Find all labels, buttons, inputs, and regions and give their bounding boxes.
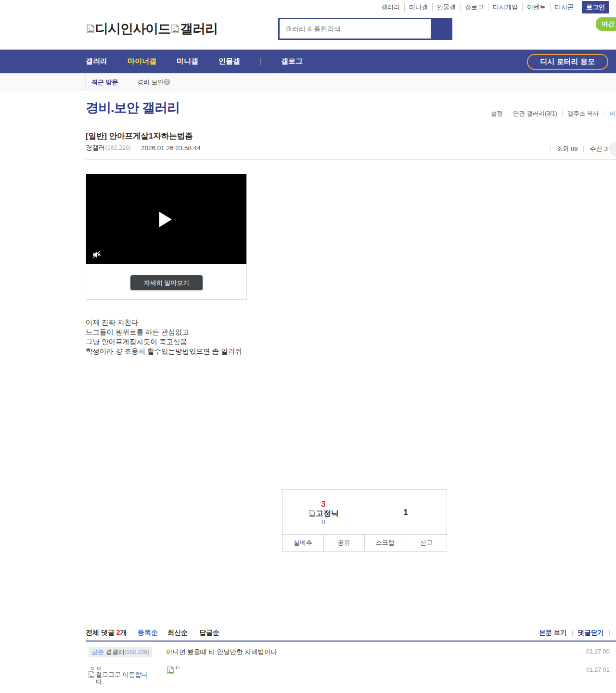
sort-tab-newest[interactable]: 최신순 <box>167 629 188 637</box>
views-value: 89 <box>571 145 578 153</box>
broken-image-icon <box>170 24 180 34</box>
comment-time: 01.27 01 <box>586 667 610 673</box>
post-counts: 조회 89 추천 3 <box>545 144 616 153</box>
post-meta: 경갤러 (182.226) 2026.01.26 23:58:44 <box>86 143 201 152</box>
meta-divider <box>583 146 584 152</box>
comments-count: 2 <box>116 629 120 636</box>
close-comments-link[interactable]: 댓글닫기 <box>578 629 604 637</box>
downvote-count: 1 <box>403 508 408 517</box>
upvote-count: 3 <box>321 500 325 509</box>
logo-text-gallery: 갤러리 <box>180 20 218 38</box>
site-logo[interactable]: 디시인사이드 갤러리 <box>86 20 218 38</box>
top-utility-bar: 갤러리 미니갤 인물갤 갤로그 디시게임 이벤트 디시콘 로그인 <box>0 0 616 14</box>
minor-gallery-icon: ⓜ <box>164 78 170 86</box>
broken-image-icon <box>88 671 95 679</box>
post-body: 이제 진짜 지친다 느그들이 뭔위로를 하든 관심없고 그냥 안아프게잠자듯이 … <box>86 318 242 356</box>
nav-item-persongal[interactable]: 인물갤 <box>218 57 240 66</box>
usage-guide-link[interactable]: 이용안내 <box>604 110 616 117</box>
logo-text-dcinside: 디시인사이드 <box>95 20 170 38</box>
top-link-event[interactable]: 이벤트 <box>522 3 550 12</box>
fixed-nick-count: 0 <box>321 518 325 526</box>
top-link-minigal[interactable]: 미니갤 <box>404 3 432 12</box>
post-author-ip: (182.226) <box>105 144 131 151</box>
views-label: 조회 <box>556 144 569 153</box>
play-icon[interactable] <box>159 212 172 227</box>
report-button[interactable]: 신고 <box>406 535 447 551</box>
video-player[interactable] <box>86 174 246 264</box>
copy-gallery-url-link[interactable]: 갤주소 복사 <box>562 110 604 117</box>
top-link-gallog[interactable]: 갤로그 <box>460 3 488 12</box>
comment-text: 아니면 봤을때 티 안날만한 자해법이나 <box>166 648 277 656</box>
broken-image-icon <box>166 666 175 675</box>
top-link-gallery[interactable]: 갤러리 <box>377 3 404 12</box>
search-input[interactable] <box>280 19 431 38</box>
post-body-line: 느그들이 뭔위로를 하든 관심없고 <box>86 327 242 337</box>
comment-row: ㅇㅇ 갤로그로 이동합니다. 1+ 01.27 01 <box>86 662 616 693</box>
top-link-dccon[interactable]: 디시콘 <box>550 3 578 12</box>
search-button[interactable] <box>432 18 452 40</box>
broken-image-icon <box>86 24 95 34</box>
comment-author-badge[interactable]: 글쓴 경갤러(182.226) <box>89 647 152 657</box>
upvote-area[interactable]: 3 고정닉 0 <box>282 490 364 535</box>
search-box <box>278 18 452 40</box>
comments-total: 전체 댓글 2개 <box>86 629 127 637</box>
comment-image-content: 1+ <box>166 666 180 675</box>
divider <box>609 630 610 636</box>
vote-action-bar: 실베추 공유 스크랩 신고 <box>282 534 447 551</box>
nav-item-gallog[interactable]: 갤로그 <box>281 57 303 66</box>
broken-image-icon <box>308 510 316 517</box>
nav-item-gallery[interactable]: 갤러리 <box>86 57 107 66</box>
vote-box: 3 고정닉 0 1 실베추 공유 스크랩 신고 <box>282 489 447 552</box>
gallery-header-links: 설정연관 갤러리(3/1)갤주소 복사이용안내 <box>486 110 616 118</box>
muted-speaker-icon[interactable] <box>92 250 102 259</box>
divider <box>572 630 573 636</box>
gallog-broken-link[interactable]: 갤로그로 이동합니다. <box>88 671 153 685</box>
nav-item-minigal[interactable]: 미니갤 <box>177 57 198 66</box>
likes-value: 3 <box>604 145 607 153</box>
post-header-divider <box>86 159 616 160</box>
downvote-area[interactable]: 1 <box>365 490 447 535</box>
dc-lottery-button[interactable]: 디시 로터리 응모 <box>527 54 608 70</box>
top-link-dcgame[interactable]: 디시게임 <box>488 3 522 12</box>
login-button[interactable]: 로그인 <box>582 1 609 13</box>
fixed-nick-label: 고정닉 <box>316 509 339 518</box>
comment-row: 글쓴 경갤러(182.226) 아니면 봤을때 티 안날만한 자해법이나 01.… <box>86 642 616 662</box>
learn-more-button[interactable]: 자세히 알아보기 <box>130 275 203 290</box>
breadcrumb-divider <box>85 74 86 91</box>
scrap-button[interactable]: 스크랩 <box>364 535 406 551</box>
silbechu-button[interactable]: 실베추 <box>282 535 323 551</box>
post-date: 2026.01.26 23:58:44 <box>141 144 201 152</box>
post-body-line: 학생이라 걍 조용히 할수있는방법있으면 좀 알려줘 <box>86 346 242 356</box>
broken-image-alt-text: 1+ <box>175 665 180 670</box>
main-nav: 갤러리 마이너갤 미니갤 인물갤 갤로그 디시 로터리 응모 <box>0 50 616 73</box>
view-post-link[interactable]: 본문 보기 <box>539 629 567 637</box>
post-body-line: 그냥 안아프게잠자듯이 죽고싶음 <box>86 337 242 346</box>
post-title: [일반] 안아프게살1자하는법좀 <box>86 131 193 141</box>
comment-time: 01.27 00 <box>586 648 610 655</box>
breadcrumb: 최근 방문 경비.보안ⓜ <box>0 73 616 90</box>
meta-divider <box>136 145 136 151</box>
comments-header-links: 본문 보기 댓글닫기 <box>539 629 615 637</box>
comment-author: 경갤러 <box>106 648 125 655</box>
post-author[interactable]: 경갤러 <box>86 143 105 152</box>
share-button[interactable]: 공유 <box>323 535 365 551</box>
breadcrumb-gallery-link[interactable]: 경비.보안ⓜ <box>137 78 170 87</box>
night-mode-button[interactable]: 야간 모드 <box>596 17 616 31</box>
likes-label: 추천 <box>590 144 602 153</box>
meta-divider <box>550 146 551 152</box>
writer-label: 글쓴 <box>91 648 104 655</box>
top-link-persongal[interactable]: 인물갤 <box>432 3 460 12</box>
comment-count-bubble[interactable] <box>609 141 616 156</box>
related-galleries-link[interactable]: 연관 갤러리(3/1) <box>508 110 562 117</box>
nav-item-minorgal[interactable]: 마이너갤 <box>128 57 156 66</box>
nav-divider <box>260 58 261 65</box>
video-ad-container: 자세히 알아보기 <box>86 174 247 300</box>
gallery-title[interactable]: 경비.보안 갤러리 <box>86 99 180 116</box>
sort-tab-reply[interactable]: 답글순 <box>199 629 219 637</box>
gallery-settings-link[interactable]: 설정 <box>486 110 508 117</box>
comment-author-ip: (182.226) <box>125 649 149 655</box>
fixed-nick-row: 고정닉 <box>308 509 339 518</box>
post-body-line: 이제 진짜 지친다 <box>86 318 242 327</box>
sort-tab-registered[interactable]: 등록순 <box>138 629 158 637</box>
recent-visit-label[interactable]: 최근 방문 <box>91 78 118 87</box>
